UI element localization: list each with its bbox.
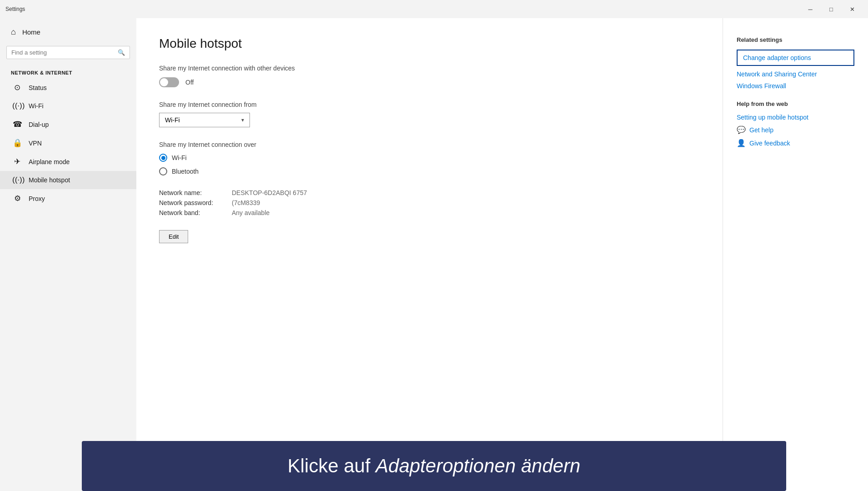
sidebar: ⌂ Home 🔍 Network & Internet ⊙ Status ((·… [0,18,136,491]
toggle-label: Off [185,79,194,86]
sidebar-label-proxy: Proxy [29,195,45,202]
radio-wifi[interactable]: Wi-Fi [159,154,700,162]
radio-bluetooth-circle [159,167,167,175]
sidebar-item-status[interactable]: ⊙ Status [0,78,136,97]
network-sharing-center-link[interactable]: Network and Sharing Center [737,70,854,78]
hotspot-toggle[interactable] [159,77,179,87]
network-password-key: Network password: [159,199,232,206]
network-name-key: Network name: [159,189,232,196]
sidebar-item-vpn[interactable]: 🔒 VPN [0,134,136,152]
close-button[interactable]: ✕ [842,0,863,18]
get-help-link[interactable]: 💬 Get help [737,125,854,134]
status-icon: ⊙ [12,83,22,92]
dialup-icon: ☎ [12,120,22,129]
network-band-value: Any available [232,209,269,216]
share-over-section: Share my Internet connection over Wi-Fi … [159,141,700,175]
share-from-label: Share my Internet connection from [159,101,700,108]
app-container: ⌂ Home 🔍 Network & Internet ⊙ Status ((·… [0,18,868,491]
bottom-banner-text: Klicke auf Adapteroptionen ändern [288,455,580,477]
sidebar-item-dialup[interactable]: ☎ Dial-up [0,115,136,134]
share-connection-label: Share my Internet connection with other … [159,65,700,72]
setting-up-hotspot-link[interactable]: Setting up mobile hotspot [737,114,854,121]
minimize-button[interactable]: ─ [800,0,821,18]
related-settings-title: Related settings [737,36,854,43]
sidebar-item-proxy[interactable]: ⚙ Proxy [0,189,136,208]
dropdown-arrow-icon: ▾ [241,117,244,123]
get-help-icon: 💬 [737,125,746,134]
sidebar-label-vpn: VPN [29,140,42,147]
search-icon: 🔍 [118,49,125,56]
sidebar-section-label: Network & Internet [0,64,136,78]
wifi-icon: ((·)) [12,101,22,110]
app-title: Settings [5,6,800,12]
home-icon: ⌂ [11,27,16,37]
sidebar-label-dialup: Dial-up [29,121,49,128]
home-label: Home [22,28,40,36]
page-title: Mobile hotspot [159,36,700,51]
search-input[interactable] [11,49,114,56]
windows-firewall-link[interactable]: Windows Firewall [737,82,854,90]
network-band-key: Network band: [159,209,232,216]
toggle-knob [160,78,168,86]
main-content: Mobile hotspot Share my Internet connect… [136,18,723,491]
radio-wifi-label: Wi-Fi [172,154,187,161]
network-info: Network name: DESKTOP-6D2ABQI 6757 Netwo… [159,189,700,216]
radio-bluetooth-label: Bluetooth [172,168,199,175]
sidebar-home[interactable]: ⌂ Home [0,23,136,41]
share-over-label: Share my Internet connection over [159,141,700,148]
search-box[interactable]: 🔍 [6,46,130,59]
sidebar-label-airplane: Airplane mode [29,158,70,165]
network-name-value: DESKTOP-6D2ABQI 6757 [232,189,307,196]
get-help-label: Get help [749,126,773,134]
hotspot-icon: ((·)) [12,175,22,185]
vpn-icon: 🔒 [12,138,22,148]
share-from-dropdown[interactable]: Wi-Fi ▾ [159,113,250,127]
window-controls: ─ □ ✕ [800,0,863,18]
give-feedback-link[interactable]: 👤 Give feedback [737,139,854,147]
sidebar-label-wifi: Wi-Fi [29,102,44,110]
proxy-icon: ⚙ [12,194,22,203]
radio-wifi-circle [159,154,167,162]
share-over-radio-group: Wi-Fi Bluetooth [159,154,700,175]
change-adapter-options-link[interactable]: Change adapter options [737,50,854,66]
title-bar: Settings ─ □ ✕ [0,0,868,18]
airplane-icon: ✈ [12,157,22,166]
give-feedback-icon: 👤 [737,139,746,147]
sidebar-label-hotspot: Mobile hotspot [29,176,70,184]
banner-static-text: Klicke auf [288,455,376,476]
maximize-button[interactable]: □ [821,0,842,18]
sidebar-item-hotspot[interactable]: ((·)) Mobile hotspot [0,171,136,189]
banner-italic-text: Adapteroptionen ändern [376,455,581,476]
network-password-value: (7cM8339 [232,199,260,206]
share-from-section: Share my Internet connection from Wi-Fi … [159,101,700,127]
sidebar-label-status: Status [29,84,47,91]
bottom-banner: Klicke auf Adapteroptionen ändern [82,441,786,491]
right-panel: Related settings Change adapter options … [723,18,868,491]
toggle-row: Off [159,77,700,87]
network-band-row: Network band: Any available [159,209,700,216]
share-from-value: Wi-Fi [165,116,180,124]
edit-button[interactable]: Edit [159,230,188,243]
help-from-web-title: Help from the web [737,100,854,107]
radio-bluetooth[interactable]: Bluetooth [159,167,700,175]
network-name-row: Network name: DESKTOP-6D2ABQI 6757 [159,189,700,196]
sidebar-item-wifi[interactable]: ((·)) Wi-Fi [0,97,136,115]
sidebar-item-airplane[interactable]: ✈ Airplane mode [0,152,136,171]
network-password-row: Network password: (7cM8339 [159,199,700,206]
give-feedback-label: Give feedback [749,140,790,147]
